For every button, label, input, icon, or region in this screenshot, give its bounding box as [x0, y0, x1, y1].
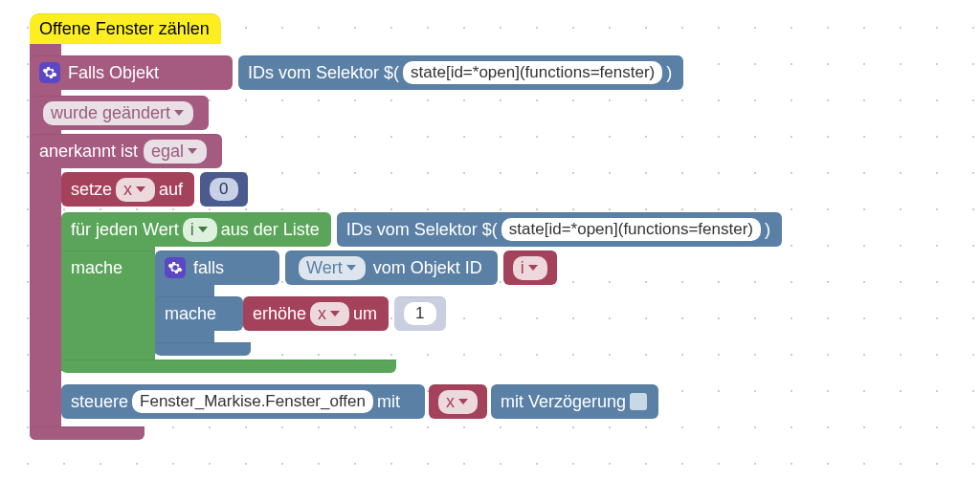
gear-icon[interactable] [165, 257, 186, 278]
foreach-label: für jeden Wert [71, 220, 179, 240]
from-list-label: aus der Liste [221, 220, 320, 240]
value-of-object[interactable]: Wert vom Objekt ID [285, 251, 498, 285]
chevron-down-icon [330, 311, 340, 316]
sel-close-2: ) [765, 220, 770, 240]
value-label: Wert [306, 258, 343, 278]
foreach-block[interactable]: für jeden Wert i aus der Liste [61, 212, 331, 247]
selector-block-1[interactable]: IDs vom Selektor $( state[id=*open](func… [238, 55, 683, 90]
set-var-block[interactable]: setze x auf [61, 172, 194, 207]
title-block[interactable]: Offene Fenster zählen [30, 13, 221, 44]
changed-label: wurde geändert [51, 103, 170, 123]
if-block[interactable]: falls [155, 251, 279, 285]
set-var-dropdown[interactable]: x [116, 178, 155, 202]
control-block[interactable]: steuere Fenster_Markise.Fenster_offen mi… [61, 384, 425, 419]
if-foot [155, 342, 251, 356]
delay-label: mit Verzögerung [501, 392, 626, 412]
foreach-foot [61, 360, 396, 373]
chevron-down-icon [528, 265, 538, 271]
sel-close-1: ) [666, 63, 672, 83]
steer-var-dropdown[interactable]: x [438, 390, 478, 414]
sel-label-2: IDs vom Selektor $( [346, 220, 498, 240]
of-obj-label: vom Objekt ID [373, 258, 482, 278]
set-label: setze [71, 180, 112, 200]
set-to: auf [159, 180, 183, 200]
changed-dropdown[interactable]: wurde geändert [43, 101, 193, 125]
selector-block-2[interactable]: IDs vom Selektor $( state[id=*open](func… [337, 212, 782, 247]
increment-block[interactable]: erhöhe x um [243, 296, 389, 331]
do-label-1: mache [71, 258, 122, 278]
i-var: i [521, 258, 524, 278]
gear-icon[interactable] [39, 62, 60, 83]
chevron-down-icon [136, 186, 145, 192]
steer-target[interactable]: Fenster_Markise.Fenster_offen [132, 390, 373, 413]
value-dropdown[interactable]: Wert [299, 256, 366, 280]
steer-var: x [446, 392, 455, 412]
do-label-2: mache [165, 304, 216, 324]
chevron-down-icon [346, 265, 356, 271]
do-block-blue: mache [155, 296, 243, 331]
title-label: Offene Fenster zählen [39, 19, 210, 39]
sel-label-1: IDs vom Selektor $( [248, 63, 399, 83]
ack-label: anerkannt ist [39, 142, 138, 162]
changed-block[interactable]: wurde geändert [30, 96, 209, 130]
sel-value-2[interactable]: state[id=*open](functions=fenster) [501, 218, 761, 241]
steer-label: steuere [71, 392, 128, 412]
do-block-green: mache [61, 251, 155, 285]
chevron-down-icon [458, 399, 468, 404]
blockly-canvas[interactable]: Offene Fenster zählen Falls Objekt IDs v… [0, 0, 980, 13]
on-object-block[interactable]: Falls Objekt [30, 55, 233, 90]
steer-with: mit [377, 392, 400, 412]
i-dropdown[interactable]: i [513, 256, 547, 280]
delay-block[interactable]: mit Verzögerung [491, 384, 658, 419]
delay-checkbox[interactable] [630, 393, 647, 410]
inc-var: x [318, 304, 326, 324]
by-val[interactable]: 1 [404, 302, 435, 325]
num-val[interactable]: 0 [210, 178, 237, 201]
by-label: um [353, 304, 377, 324]
loop-var-dropdown[interactable]: i [183, 218, 217, 242]
chevron-down-icon [188, 148, 197, 154]
chevron-down-icon [198, 227, 208, 232]
sel-value-1[interactable]: state[id=*open](functions=fenster) [403, 61, 662, 84]
if-object-label: Falls Objekt [68, 63, 159, 83]
by-value-block[interactable]: 1 [394, 296, 445, 331]
var-i-block[interactable]: i [503, 251, 557, 285]
trigger-foot [30, 426, 145, 440]
if-label: falls [193, 258, 224, 278]
ack-dropdown[interactable]: egal [144, 140, 207, 164]
steer-var-block[interactable]: x [429, 384, 487, 419]
ack-value: egal [151, 142, 184, 162]
loop-var: i [190, 220, 194, 240]
inc-label: erhöhe [253, 304, 306, 324]
chevron-down-icon [174, 110, 184, 116]
set-var: x [123, 180, 132, 200]
number-block[interactable]: 0 [200, 172, 247, 207]
ack-block[interactable]: anerkannt ist egal [30, 134, 222, 168]
inc-var-dropdown[interactable]: x [310, 302, 349, 326]
